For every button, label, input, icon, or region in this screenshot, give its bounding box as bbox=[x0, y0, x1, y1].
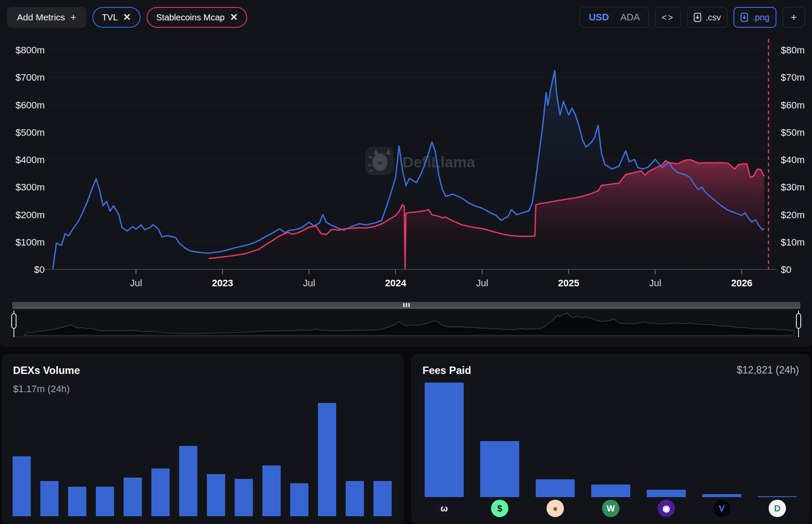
bar[interactable] bbox=[702, 494, 741, 497]
add-metrics-label: Add Metrics bbox=[17, 12, 65, 23]
bar[interactable] bbox=[68, 487, 86, 516]
currency-option-ada[interactable]: ADA bbox=[620, 12, 640, 23]
bar[interactable] bbox=[207, 474, 225, 516]
bar[interactable] bbox=[262, 465, 281, 516]
chart-scrollbar[interactable] bbox=[12, 302, 800, 308]
chart-panel: Add Metrics + TVL ✕ Stablecoins Mcap ✕ U… bbox=[0, 0, 812, 347]
svg-text:DefiLlama: DefiLlama bbox=[403, 154, 475, 170]
bar[interactable] bbox=[480, 441, 519, 497]
protocol-icon-eye[interactable]: ◉ bbox=[658, 500, 675, 517]
protocol-icon-d-letter[interactable]: D bbox=[769, 500, 786, 517]
metric-pill-tvl[interactable]: TVL ✕ bbox=[92, 7, 141, 28]
svg-text:$20m: $20m bbox=[781, 210, 805, 220]
svg-text:$50m: $50m bbox=[781, 127, 805, 138]
svg-text:$0: $0 bbox=[34, 264, 45, 275]
bar[interactable] bbox=[425, 383, 464, 497]
svg-text:Jul: Jul bbox=[303, 278, 315, 288]
svg-text:$100m: $100m bbox=[16, 237, 45, 248]
bar[interactable] bbox=[346, 481, 364, 516]
svg-text:2024: 2024 bbox=[385, 278, 406, 288]
download-png-button[interactable]: .png bbox=[733, 7, 776, 28]
svg-text:$500m: $500m bbox=[16, 127, 45, 138]
svg-text:$800m: $800m bbox=[16, 45, 45, 56]
currency-option-usd[interactable]: USD bbox=[589, 12, 609, 23]
fees-paid-title: Fees Paid bbox=[422, 364, 471, 377]
file-download-icon bbox=[740, 13, 748, 22]
svg-text:Jul: Jul bbox=[476, 278, 488, 288]
time-brush[interactable] bbox=[12, 311, 800, 337]
svg-text:$600m: $600m bbox=[16, 100, 45, 111]
svg-text:Jul: Jul bbox=[649, 278, 661, 288]
bar[interactable] bbox=[536, 479, 575, 497]
svg-text:$200m: $200m bbox=[16, 210, 45, 220]
svg-text:$30m: $30m bbox=[781, 182, 805, 193]
protocol-icon-cat[interactable]: ω bbox=[435, 500, 453, 517]
brush-left-handle[interactable] bbox=[11, 313, 16, 329]
protocol-icon-gorilla[interactable]: W bbox=[602, 500, 619, 517]
bar[interactable] bbox=[318, 403, 336, 516]
code-icon: <> bbox=[661, 13, 674, 23]
svg-text:$10m: $10m bbox=[781, 237, 805, 248]
tvl-stablecoins-chart[interactable]: $0$100m$200m$300m$400m$500m$600m$700m$80… bbox=[0, 37, 812, 288]
bar[interactable] bbox=[96, 487, 114, 516]
svg-text:$70m: $70m bbox=[781, 72, 805, 83]
plus-icon: + bbox=[791, 12, 797, 23]
plus-icon: + bbox=[70, 12, 76, 23]
svg-text:$400m: $400m bbox=[16, 154, 45, 165]
fees-paid-24h-value: $12,821 (24h) bbox=[737, 364, 799, 376]
dexs-volume-title: DEXs Volume bbox=[13, 364, 80, 377]
brush-chart[interactable] bbox=[12, 311, 800, 337]
add-metrics-button[interactable]: Add Metrics + bbox=[7, 7, 86, 28]
protocol-icon-dollar[interactable]: $ bbox=[491, 500, 508, 517]
close-icon[interactable]: ✕ bbox=[123, 13, 131, 22]
add-chart-button[interactable]: + bbox=[783, 7, 805, 28]
metric-pill-label: Stablecoins Mcap bbox=[156, 13, 225, 23]
currency-toggle: USD ADA bbox=[580, 7, 649, 28]
close-icon[interactable]: ✕ bbox=[230, 13, 238, 22]
file-download-icon bbox=[694, 13, 701, 22]
metric-pill-label: TVL bbox=[102, 13, 118, 23]
bar[interactable] bbox=[179, 446, 197, 516]
scrollbar-grip-icon[interactable] bbox=[403, 303, 409, 307]
png-label: .png bbox=[753, 13, 769, 23]
bar[interactable] bbox=[151, 468, 170, 516]
bar[interactable] bbox=[647, 490, 686, 497]
main-chart-area: $0$100m$200m$300m$400m$500m$600m$700m$80… bbox=[0, 37, 812, 288]
csv-label: .csv bbox=[706, 13, 721, 23]
svg-text:2023: 2023 bbox=[212, 278, 233, 288]
download-csv-button[interactable]: .csv bbox=[687, 7, 728, 28]
embed-code-button[interactable]: <> bbox=[655, 7, 681, 28]
bar[interactable] bbox=[373, 481, 392, 516]
dexs-volume-bars bbox=[13, 403, 392, 516]
svg-text:2026: 2026 bbox=[731, 278, 752, 288]
fees-paid-bars bbox=[425, 383, 797, 497]
brush-right-handle[interactable] bbox=[796, 313, 801, 329]
bar[interactable] bbox=[758, 496, 797, 497]
dexs-volume-card[interactable]: DEXs Volume $1.17m (24h) bbox=[2, 354, 404, 524]
svg-text:$40m: $40m bbox=[781, 154, 805, 165]
svg-text:2025: 2025 bbox=[558, 278, 579, 288]
fees-paid-card[interactable]: Fees Paid $12,821 (24h) ω$●W◉VD bbox=[411, 354, 810, 524]
bar[interactable] bbox=[13, 456, 31, 516]
chart-toolbar: Add Metrics + TVL ✕ Stablecoins Mcap ✕ U… bbox=[0, 0, 812, 35]
bar[interactable] bbox=[124, 478, 142, 516]
svg-text:$300m: $300m bbox=[16, 182, 45, 193]
bar[interactable] bbox=[290, 483, 308, 516]
dexs-volume-24h-value: $1.17m (24h) bbox=[13, 383, 70, 395]
bar[interactable] bbox=[40, 481, 59, 516]
fees-protocol-icons: ω$●W◉VD bbox=[425, 500, 797, 517]
protocol-icon-butterfly[interactable]: V bbox=[713, 500, 730, 517]
svg-text:$700m: $700m bbox=[16, 72, 45, 83]
bar[interactable] bbox=[235, 479, 253, 516]
protocol-icon-sundae[interactable]: ● bbox=[547, 500, 564, 517]
svg-text:$60m: $60m bbox=[781, 100, 805, 111]
svg-text:Jul: Jul bbox=[130, 278, 142, 288]
svg-text:$80m: $80m bbox=[781, 45, 805, 56]
svg-text:$0: $0 bbox=[781, 264, 791, 275]
metric-pill-stablecoins[interactable]: Stablecoins Mcap ✕ bbox=[147, 7, 247, 28]
bar[interactable] bbox=[591, 485, 630, 497]
